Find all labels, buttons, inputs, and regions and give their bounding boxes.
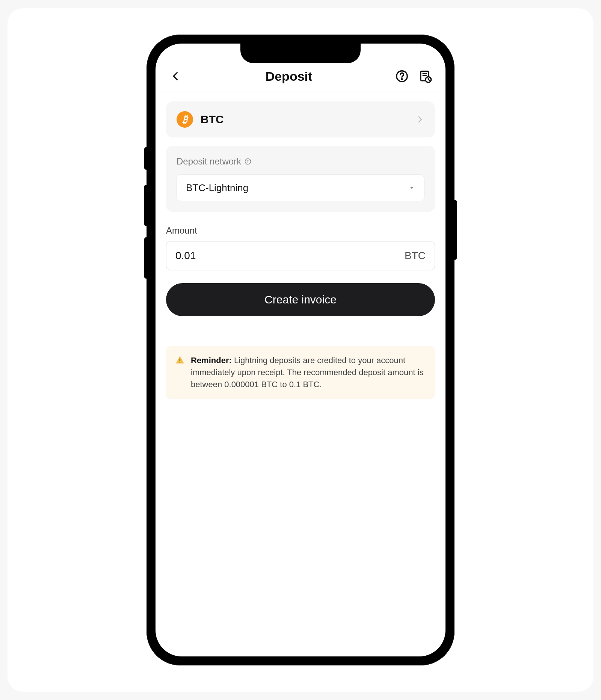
amount-label: Amount	[166, 225, 435, 236]
help-icon	[395, 69, 409, 83]
info-icon	[244, 158, 252, 165]
phone-screen: Deposit	[156, 44, 445, 656]
create-invoice-button[interactable]: Create invoice	[166, 283, 435, 316]
caret-down-icon	[408, 184, 415, 191]
chevron-right-icon	[415, 115, 424, 124]
bitcoin-icon: ₿	[177, 111, 193, 128]
network-select[interactable]: BTC-Lightning	[177, 174, 424, 201]
phone-side-button	[144, 237, 148, 279]
chevron-left-icon	[171, 71, 181, 81]
coin-selector[interactable]: ₿ BTC	[166, 101, 435, 137]
phone-side-button	[144, 147, 148, 170]
coin-symbol: BTC	[201, 113, 415, 126]
back-button[interactable]	[168, 69, 183, 84]
page-card: Deposit	[8, 8, 593, 692]
network-section: Deposit network BTC-Lightning	[166, 146, 435, 212]
svg-rect-12	[180, 359, 180, 361]
amount-field[interactable]: BTC	[166, 241, 435, 270]
svg-rect-13	[180, 362, 180, 362]
header-actions	[394, 69, 433, 84]
phone-notch	[240, 44, 361, 63]
reminder-title: Reminder:	[191, 356, 232, 365]
history-button[interactable]	[418, 69, 433, 84]
help-button[interactable]	[394, 69, 409, 84]
phone-side-button	[144, 185, 148, 226]
amount-section: Amount BTC	[166, 225, 435, 270]
svg-point-1	[402, 79, 402, 80]
reminder-text: Reminder: Lightning deposits are credite…	[191, 355, 426, 391]
content: ₿ BTC Deposit network	[156, 92, 445, 408]
network-label-row: Deposit network	[177, 156, 424, 167]
network-label: Deposit network	[177, 156, 241, 167]
phone-side-button	[453, 200, 457, 260]
network-value: BTC-Lightning	[186, 182, 408, 194]
bitcoin-glyph: ₿	[183, 114, 187, 125]
reminder-banner: Reminder: Lightning deposits are credite…	[166, 346, 435, 399]
phone-frame: Deposit	[146, 35, 455, 665]
svg-marker-10	[410, 187, 414, 189]
svg-point-9	[248, 160, 248, 160]
warning-icon	[175, 355, 185, 365]
info-button[interactable]	[244, 158, 252, 165]
amount-input[interactable]	[175, 250, 405, 262]
amount-unit: BTC	[405, 250, 426, 262]
page-title: Deposit	[183, 69, 394, 84]
history-icon	[418, 69, 432, 83]
